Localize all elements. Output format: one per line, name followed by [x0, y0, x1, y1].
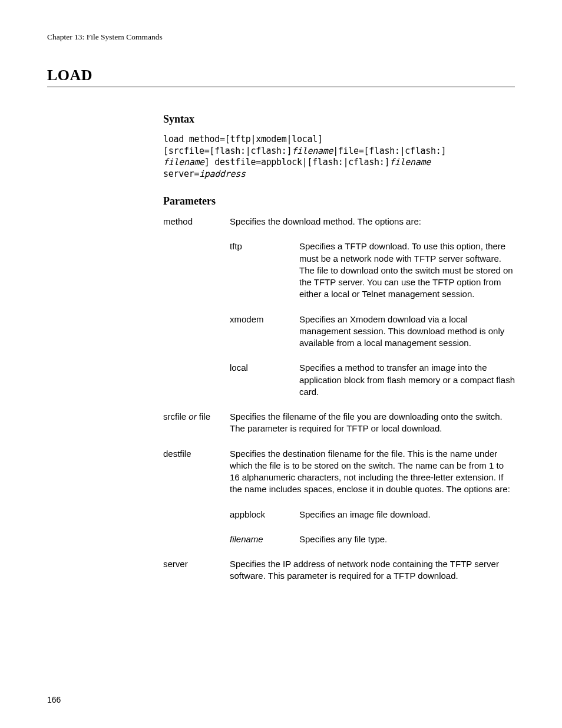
param-name-destfile: destfile	[163, 448, 230, 460]
sub-desc-tftp: Specifies a TFTP download. To use this o…	[299, 241, 515, 300]
syntax-filename-2: filename	[163, 157, 204, 167]
sub-name-filename: filename	[230, 533, 299, 545]
sub-desc-appblock: Specifies an image file download.	[299, 509, 515, 521]
sub-row-local: local Specifies a method to transfer an …	[230, 362, 515, 398]
syntax-filename-1: filename	[292, 146, 333, 156]
content-area: Syntax load method=[tftp|xmodem|local] […	[163, 113, 515, 582]
chapter-header: Chapter 13: File System Commands	[47, 32, 515, 42]
parameters-heading: Parameters	[163, 195, 515, 207]
sub-desc-local: Specifies a method to transfer an image …	[299, 362, 515, 398]
page-title: LOAD	[47, 67, 515, 87]
param-name-method: method	[163, 216, 230, 228]
syntax-line-2c: |file=[flash:|cflash:]	[333, 146, 446, 156]
param-desc-server: Specifies the IP address of network node…	[230, 558, 515, 582]
param-row-destfile: destfile Specifies the destination filen…	[163, 448, 515, 546]
sub-name-xmodem: xmodem	[230, 314, 299, 325]
param-desc-method-text: Specifies the download method. The optio…	[230, 216, 421, 226]
param-srcfile-b: file	[197, 411, 210, 421]
sub-name-appblock: appblock	[230, 509, 299, 521]
sub-name-tftp: tftp	[230, 241, 299, 252]
sub-row-tftp: tftp Specifies a TFTP download. To use t…	[230, 241, 515, 300]
parameters-table: method Specifies the download method. Th…	[163, 216, 515, 582]
param-srcfile-a: srcfile	[163, 411, 189, 421]
sub-desc-filename: Specifies any file type.	[299, 533, 515, 545]
sub-name-local: local	[230, 362, 299, 374]
sub-name-filename-text: filename	[230, 534, 263, 544]
sub-row-xmodem: xmodem Specifies an Xmodem download via …	[230, 314, 515, 350]
syntax-filename-3: filename	[389, 157, 431, 167]
syntax-line-1: load method=[tftp|xmodem|local]	[163, 134, 323, 144]
page-number: 166	[47, 695, 61, 704]
syntax-heading: Syntax	[163, 113, 515, 126]
param-row-srcfile: srcfile or file Specifies the filename o…	[163, 411, 515, 435]
syntax-line-4a: server=	[163, 169, 199, 179]
sub-desc-xmodem: Specifies an Xmodem download via a local…	[299, 314, 515, 350]
param-desc-method: Specifies the download method. The optio…	[230, 216, 515, 398]
syntax-line-3b: ] destfile=appblock|[flash:|cflash:]	[204, 157, 389, 167]
param-srcfile-or: or	[189, 411, 196, 421]
sub-row-filename: filename Specifies any file type.	[230, 533, 515, 545]
param-name-server: server	[163, 558, 230, 570]
param-desc-destfile: Specifies the destination filename for t…	[230, 448, 515, 546]
param-row-server: server Specifies the IP address of netwo…	[163, 558, 515, 582]
syntax-block: load method=[tftp|xmodem|local] [srcfile…	[163, 134, 515, 180]
syntax-ipaddress: ipaddress	[199, 169, 246, 179]
param-name-srcfile: srcfile or file	[163, 411, 230, 423]
syntax-line-2a: [srcfile=[flash:|cflash:]	[163, 146, 292, 156]
param-row-method: method Specifies the download method. Th…	[163, 216, 515, 398]
param-desc-destfile-text: Specifies the destination filename for t…	[230, 449, 510, 495]
sub-row-appblock: appblock Specifies an image file downloa…	[230, 509, 515, 521]
param-desc-srcfile: Specifies the filename of the file you a…	[230, 411, 515, 435]
